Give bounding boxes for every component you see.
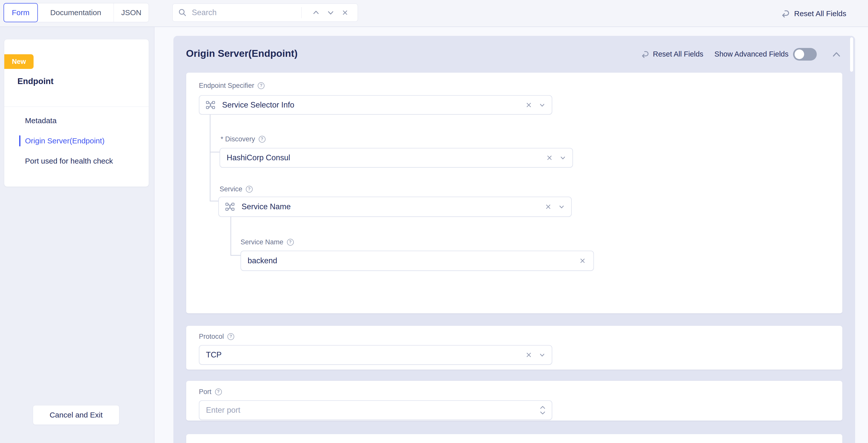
search-close-icon[interactable] xyxy=(338,7,352,18)
select-value: HashiCorp Consul xyxy=(227,153,290,162)
protocol-card: Protocol ? TCP xyxy=(186,326,842,370)
stepper-up-icon xyxy=(539,405,546,409)
sidebar-item-metadata[interactable]: Metadata xyxy=(4,110,149,131)
service-label: Service ? xyxy=(220,185,253,193)
select-value: TCP xyxy=(206,350,222,359)
endpoint-specifier-card: Endpoint Specifier ? Service Selector In… xyxy=(186,72,842,314)
scrollbar-thumb[interactable] xyxy=(850,37,853,72)
chevron-down-icon[interactable] xyxy=(558,203,565,210)
reset-all-fields-top-button[interactable]: Reset All Fields xyxy=(780,0,846,27)
port-input[interactable] xyxy=(206,406,539,415)
top-header-bar: Form Documentation JSON Reset All Fields xyxy=(0,0,868,27)
port-input-box xyxy=(199,400,552,420)
field-label-text: Service Name xyxy=(241,238,283,246)
search-icon xyxy=(178,8,187,17)
port-card: Port ? xyxy=(186,381,842,421)
help-icon[interactable]: ? xyxy=(227,333,234,340)
discovery-select[interactable]: HashiCorp Consul xyxy=(220,148,573,168)
select-value: Service Selector Info xyxy=(222,100,294,109)
sidebar-heading: Endpoint xyxy=(18,76,54,86)
tree-connector-horizontal xyxy=(210,152,220,153)
help-icon[interactable]: ? xyxy=(246,186,253,193)
tab-documentation[interactable]: Documentation xyxy=(38,3,114,22)
reset-all-fields-top-label: Reset All Fields xyxy=(794,9,846,18)
sidebar-item-label: Metadata xyxy=(25,116,57,125)
selector-icon xyxy=(225,203,235,211)
stepper-down-icon xyxy=(539,411,546,415)
sidebar-nav: Metadata Origin Server(Endpoint) Port us… xyxy=(4,110,149,171)
toggle-knob xyxy=(795,50,804,59)
sidebar-item-label: Origin Server(Endpoint) xyxy=(25,136,104,145)
help-icon[interactable]: ? xyxy=(259,136,266,143)
search-divider xyxy=(301,7,302,18)
new-badge: New xyxy=(4,54,34,69)
endpoint-nav-card: New Endpoint Metadata Origin Server(Endp… xyxy=(4,39,149,187)
select-value: Service Name xyxy=(242,202,291,211)
cancel-and-exit-button[interactable]: Cancel and Exit xyxy=(33,405,119,425)
clear-icon[interactable] xyxy=(524,350,534,360)
field-label-text: Port xyxy=(199,388,212,396)
search-input[interactable] xyxy=(192,8,293,17)
left-sidebar: New Endpoint Metadata Origin Server(Endp… xyxy=(0,27,154,443)
clear-icon[interactable] xyxy=(524,100,534,110)
undo-icon xyxy=(780,9,790,19)
field-label-text: Endpoint Specifier xyxy=(199,82,254,90)
selector-icon xyxy=(206,101,215,109)
sidebar-item-health-check-port[interactable]: Port used for health check xyxy=(4,151,149,171)
protocol-select[interactable]: TCP xyxy=(199,345,552,365)
input-value: backend xyxy=(248,256,277,265)
discovery-label: * Discovery ? xyxy=(221,135,266,144)
help-icon[interactable]: ? xyxy=(287,239,294,246)
tree-connector-horizontal xyxy=(230,255,241,256)
search-next-icon[interactable] xyxy=(323,7,338,18)
reset-section-label: Reset All Fields xyxy=(653,50,704,58)
clear-icon[interactable] xyxy=(578,256,587,265)
active-indicator-bar xyxy=(19,135,21,147)
origin-server-section-panel: Origin Server(Endpoint) Reset All Fields… xyxy=(174,36,855,443)
show-advanced-fields-label: Show Advanced Fields xyxy=(715,50,788,58)
endpoint-specifier-label: Endpoint Specifier ? xyxy=(199,81,265,90)
protocol-label: Protocol ? xyxy=(199,332,234,341)
tree-connector-horizontal xyxy=(210,201,218,201)
sidebar-item-origin-server[interactable]: Origin Server(Endpoint) xyxy=(4,131,149,151)
clear-icon[interactable] xyxy=(544,202,553,212)
port-label: Port ? xyxy=(199,387,222,396)
service-select[interactable]: Service Name xyxy=(218,197,572,217)
collapse-section-icon[interactable] xyxy=(831,51,842,58)
tab-form[interactable]: Form xyxy=(3,3,38,22)
port-stepper[interactable] xyxy=(539,405,546,415)
tree-connector-vertical xyxy=(230,217,231,256)
field-label-text: * Discovery xyxy=(221,135,255,143)
view-tab-group: Form Documentation JSON xyxy=(3,3,149,22)
tree-connector-vertical xyxy=(210,115,211,201)
tab-json[interactable]: JSON xyxy=(114,3,149,22)
section-title: Origin Server(Endpoint) xyxy=(186,48,298,59)
service-name-input[interactable]: backend xyxy=(241,251,594,271)
field-label-text: Protocol xyxy=(199,333,224,341)
reset-all-fields-section-button[interactable]: Reset All Fields xyxy=(640,50,704,59)
field-label-text: Service xyxy=(220,185,242,193)
clear-icon[interactable] xyxy=(545,153,554,163)
service-name-label: Service Name ? xyxy=(241,238,294,246)
section-controls: Reset All Fields Show Advanced Fields xyxy=(640,36,842,72)
sidebar-item-label: Port used for health check xyxy=(25,157,113,165)
chevron-down-icon[interactable] xyxy=(538,101,546,108)
help-icon[interactable]: ? xyxy=(215,388,222,395)
search-prev-icon[interactable] xyxy=(309,7,323,18)
search-bar xyxy=(173,3,358,22)
help-icon[interactable]: ? xyxy=(258,82,265,89)
chevron-down-icon[interactable] xyxy=(559,154,566,161)
next-section-card xyxy=(186,434,842,443)
main-content: Origin Server(Endpoint) Reset All Fields… xyxy=(154,27,868,443)
undo-icon xyxy=(640,50,649,59)
sidebar-divider xyxy=(4,106,149,107)
show-advanced-fields-toggle[interactable] xyxy=(793,48,817,61)
endpoint-specifier-select[interactable]: Service Selector Info xyxy=(199,95,552,115)
chevron-down-icon[interactable] xyxy=(538,351,546,358)
